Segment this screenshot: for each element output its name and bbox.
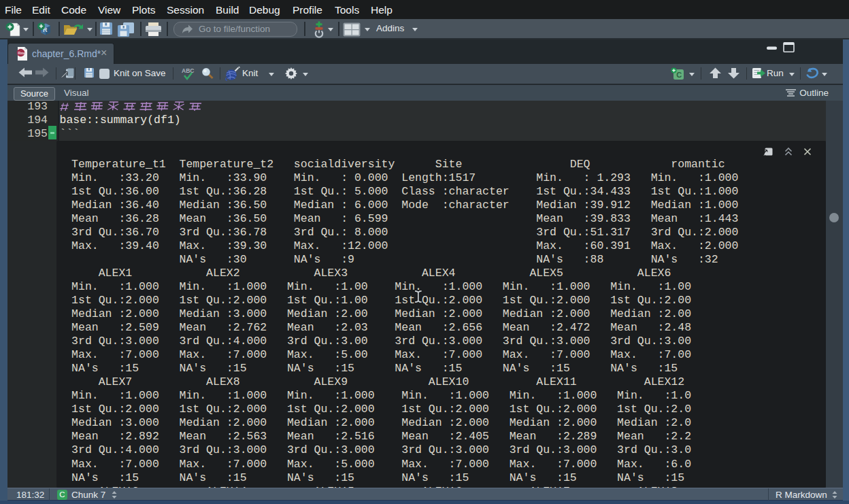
svg-text:C: C	[676, 71, 682, 79]
svg-text:ABC: ABC	[182, 67, 194, 74]
svg-text:Rmd: Rmd	[18, 51, 26, 55]
